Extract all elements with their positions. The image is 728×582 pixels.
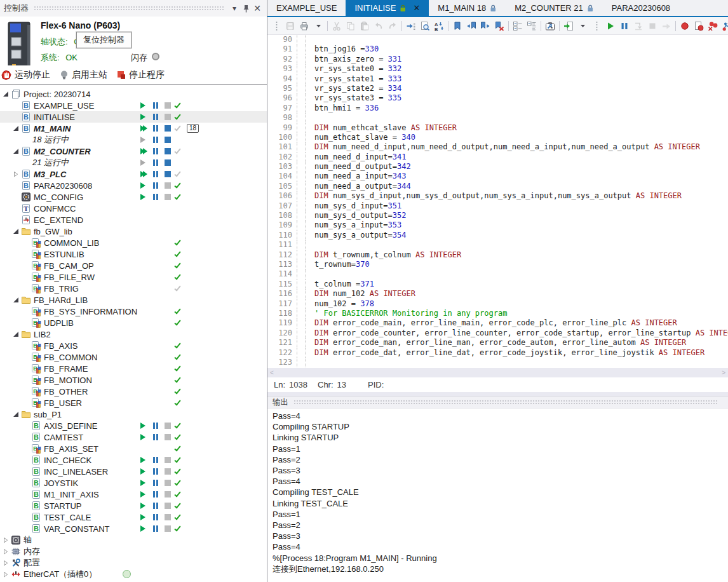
pin-icon[interactable] [240, 3, 252, 14]
toggle-bookmark-button[interactable] [450, 19, 464, 33]
tree-item-common_lib[interactable]: BCOMMON_LIB [0, 237, 267, 248]
tree-item-fb_hard_lib[interactable]: FB_HARd_LIB [0, 294, 267, 306]
tree-item-fb_common[interactable]: BFB_COMMON [0, 351, 267, 363]
tree-item-example_use[interactable]: BEXAMPLE_USE [0, 100, 267, 111]
paste-button[interactable] [358, 19, 372, 33]
tree-item-project-20230714[interactable]: Project: 20230714 [0, 88, 267, 100]
expander-open-icon[interactable] [13, 410, 21, 418]
toolbar-overflow[interactable] [576, 19, 590, 33]
tree-item-inc_linelaser[interactable]: BINC_LINELASER [0, 466, 267, 477]
tree-item-mc_config[interactable]: MC_CONFIG [0, 191, 267, 203]
tree-item-fb_motion[interactable]: BFB_MOTION [0, 374, 267, 386]
tree-item-fb_frame[interactable]: BFB_FRAME [0, 363, 267, 374]
tree-item-inc_check[interactable]: BINC_CHECK [0, 454, 267, 466]
tree-item-lib2[interactable]: LIB2 [0, 328, 267, 340]
find-in-file-button[interactable] [418, 19, 432, 33]
tree-item--[interactable]: 内存 [0, 546, 267, 557]
tree-item-camtest[interactable]: BCAMTEST [0, 431, 267, 443]
tree-item-m1_init_axis[interactable]: BM1_INIT_AXIS [0, 489, 267, 500]
tree-item-fb_axis_set[interactable]: BFB_AXIS_SET [0, 443, 267, 454]
horizontal-scrollbar[interactable]: < > [267, 368, 728, 377]
motion-stop-button[interactable]: 运动停止 [1, 69, 50, 81]
tree-item--[interactable]: 配置 [0, 557, 267, 569]
tab-initialise[interactable]: INITIALISE✕ [346, 0, 429, 16]
tree-item-para20230608[interactable]: BPARA20230608 [0, 180, 267, 191]
tree-item-fb_trig[interactable]: BFB_TRIG [0, 283, 267, 294]
tree-item-initialise[interactable]: BINITIALISE [0, 111, 267, 123]
stop-button[interactable] [645, 19, 659, 33]
reset-controller-button[interactable]: 复位控制器 [76, 32, 131, 48]
tree-item-m2_counter[interactable]: BM2_COUNTER [0, 146, 267, 157]
undo-button[interactable] [372, 19, 386, 33]
expander-open-icon[interactable] [13, 330, 21, 338]
tree-item-fb_sys_information[interactable]: BFB_SYS_INFORMATION [0, 306, 267, 317]
tree-item-fb_file_rw[interactable]: BFB_FILE_RW [0, 271, 267, 283]
stop-program-button[interactable]: 停止程序 [116, 69, 165, 81]
tree-item-fb_other[interactable]: BFB_OTHER [0, 386, 267, 397]
tree-item-fb_user[interactable]: BFB_USER [0, 397, 267, 409]
expander-open-icon[interactable] [13, 125, 21, 132]
expander-closed-icon[interactable] [3, 548, 11, 555]
cut-button[interactable] [330, 19, 344, 33]
expander-open-icon[interactable] [13, 296, 21, 304]
expand-outline-button[interactable] [525, 19, 539, 33]
output-log[interactable]: Pass=4Compiling STARTUPLinking STARTUPPa… [267, 409, 728, 574]
tree-item-m3_plc[interactable]: BM3_PLC [0, 168, 267, 180]
collapse-outline-button[interactable] [511, 19, 525, 33]
tab-close-icon[interactable]: ✕ [413, 3, 420, 13]
clear-breakpoints-button[interactable] [706, 19, 720, 33]
scroll-right-arrow[interactable]: > [722, 369, 725, 376]
clear-bookmarks-button[interactable] [492, 19, 506, 33]
watch-point-button[interactable] [720, 19, 728, 33]
redo-button[interactable] [386, 19, 400, 33]
tree-item-m1_main[interactable]: BM1_MAIN18 [0, 123, 267, 134]
tree-item-var_constant[interactable]: BVAR_CONSTANT [0, 523, 267, 534]
tree-item-sub_p1[interactable]: sub_P1 [0, 409, 267, 420]
expander-open-icon[interactable] [13, 227, 21, 235]
tree-item-21-[interactable]: 21 运行中 [0, 157, 267, 168]
tab-para20230608[interactable]: PARA20230608 [603, 0, 679, 16]
breakpoint-button[interactable] [678, 19, 692, 33]
tree-item-confmcc[interactable]: TCONFMCC [0, 203, 267, 214]
expander-open-icon[interactable] [3, 90, 11, 98]
tree-item-fb_gw_lib[interactable]: fb_GW_lib [0, 226, 267, 237]
tree-item-startup[interactable]: BSTARTUP [0, 500, 267, 511]
breakpoint-doc-button[interactable] [692, 19, 706, 33]
replace-button[interactable]: AB [432, 19, 446, 33]
step-over-button[interactable] [659, 19, 673, 33]
panel-dropdown-icon[interactable]: ▾ [229, 3, 240, 14]
watch-config-button[interactable] [543, 19, 557, 33]
tree-item-fb_cam_op[interactable]: BFB_CAM_OP [0, 260, 267, 271]
tree-item-fb_axis[interactable]: BFB_AXIS [0, 340, 267, 351]
expander-open-icon[interactable] [13, 147, 21, 155]
expander-closed-icon[interactable] [3, 559, 11, 567]
enable-master-button[interactable]: 启用主站 [59, 69, 107, 81]
print-button[interactable] [297, 19, 311, 33]
expander-closed-icon[interactable] [3, 536, 11, 544]
download-program-button[interactable] [562, 19, 576, 33]
toolbar-grip-2[interactable] [590, 19, 603, 33]
close-icon[interactable]: ✕ [252, 3, 263, 14]
pause-button[interactable] [617, 19, 631, 33]
expander-closed-icon[interactable] [3, 571, 11, 578]
tab-example_use[interactable]: EXAMPLE_USE [267, 0, 346, 16]
tab-m1_main-18[interactable]: M1_MAIN 18 [429, 0, 506, 16]
goto-line-button[interactable] [404, 19, 418, 33]
expander-closed-icon[interactable] [13, 170, 21, 178]
step-into-button[interactable] [631, 19, 645, 33]
tree-item-18-[interactable]: 18 运行中 [0, 134, 267, 146]
run-button[interactable] [603, 19, 617, 33]
tree-item-test_cale[interactable]: BTEST_CALE [0, 511, 267, 523]
next-bookmark-button[interactable] [478, 19, 492, 33]
tab-m2_counter-21[interactable]: M2_COUNTER 21 [506, 0, 603, 16]
toolbar-grip[interactable] [269, 19, 283, 33]
prev-bookmark-button[interactable] [464, 19, 478, 33]
tree-item-estunlib[interactable]: BESTUNLIB [0, 248, 267, 260]
print-dropdown[interactable] [311, 19, 325, 33]
tree-item--[interactable]: 轴 [0, 534, 267, 546]
scroll-left-arrow[interactable]: < [270, 369, 274, 376]
tree-item-joystik[interactable]: BJOYSTIK [0, 477, 267, 489]
save-button[interactable] [283, 19, 297, 33]
tree-item-ec_extend[interactable]: EC_EXTEND [0, 214, 267, 226]
tree-item-axis_define[interactable]: BAXIS_DEFINE [0, 420, 267, 431]
